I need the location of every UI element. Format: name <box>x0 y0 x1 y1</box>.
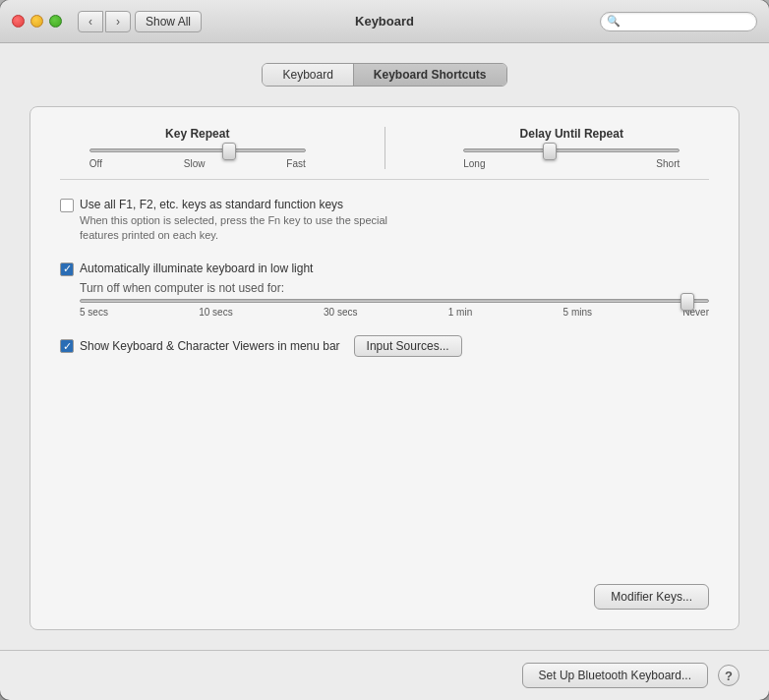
key-repeat-slider-container <box>89 148 306 152</box>
illuminate-section: ✓ Automatically illuminate keyboard in l… <box>60 262 709 318</box>
footer-row: Set Up Bluetooth Keyboard... ? <box>0 650 769 700</box>
delay-repeat-label: Delay Until Repeat <box>520 127 623 141</box>
turn-off-label: Turn off when computer is not used for: <box>80 281 709 295</box>
help-button[interactable]: ? <box>718 665 739 686</box>
turnoff-1min: 1 min <box>448 307 472 318</box>
illuminate-checkbox[interactable]: ✓ <box>60 262 74 276</box>
checkmark-icon-2: ✓ <box>63 340 72 353</box>
show-keyboard-checkbox[interactable]: ✓ <box>60 339 74 353</box>
fn-keys-row: Use all F1, F2, etc. keys as standard fu… <box>60 198 709 244</box>
delay-repeat-thumb[interactable] <box>543 143 557 160</box>
window-title: Keyboard <box>355 14 414 29</box>
checkmark-icon: ✓ <box>63 262 72 275</box>
close-button[interactable] <box>12 15 25 28</box>
nav-buttons: ‹ › <box>78 11 131 32</box>
illuminate-row: ✓ Automatically illuminate keyboard in l… <box>60 262 709 277</box>
modifier-keys-button[interactable]: Modifier Keys... <box>594 584 709 610</box>
back-button[interactable]: ‹ <box>78 11 103 32</box>
delay-repeat-sublabels: Long Short <box>463 158 680 169</box>
key-repeat-track <box>89 148 306 152</box>
delay-repeat-short: Short <box>656 158 680 169</box>
turnoff-track <box>80 299 709 303</box>
search-box: 🔍 <box>600 12 757 31</box>
turnoff-10secs: 10 secs <box>199 307 232 318</box>
turnoff-thumb[interactable] <box>680 293 694 311</box>
tab-bar: Keyboard Keyboard Shortcuts <box>30 63 739 87</box>
maximize-button[interactable] <box>49 15 62 28</box>
delay-repeat-long: Long <box>463 158 485 169</box>
modifier-keys-row: Modifier Keys... <box>60 574 709 610</box>
key-repeat-fast: Fast <box>286 158 305 169</box>
minimize-button[interactable] <box>30 15 43 28</box>
show-keyboard-row: ✓ Show Keyboard & Character Viewers in m… <box>60 335 709 357</box>
turnoff-sublabels: 5 secs 10 secs 30 secs 1 min 5 mins Neve… <box>80 307 709 318</box>
search-icon: 🔍 <box>607 15 621 28</box>
fn-keys-sublabel: When this option is selected, press the … <box>80 213 387 244</box>
tab-keyboard-shortcuts[interactable]: Keyboard Shortcuts <box>354 64 506 86</box>
fn-keys-label: Use all F1, F2, etc. keys as standard fu… <box>80 198 387 211</box>
sliders-row: Key Repeat Off Slow Fast Delay <box>60 127 709 180</box>
illuminate-label: Automatically illuminate keyboard in low… <box>80 262 313 275</box>
slider-divider <box>384 127 385 169</box>
traffic-lights <box>12 15 62 28</box>
content-area: Keyboard Keyboard Shortcuts Key Repeat O <box>0 43 769 650</box>
input-sources-button[interactable]: Input Sources... <box>354 335 462 357</box>
key-repeat-sublabels: Off Slow Fast <box>89 158 306 169</box>
fn-keys-checkbox[interactable] <box>60 199 74 212</box>
delay-repeat-slider-container <box>463 148 680 152</box>
setup-bluetooth-button[interactable]: Set Up Bluetooth Keyboard... <box>522 663 708 688</box>
titlebar: ‹ › Show All Keyboard 🔍 <box>0 0 769 43</box>
spacer <box>60 375 709 556</box>
tab-segment: Keyboard Keyboard Shortcuts <box>262 63 506 87</box>
turnoff-30secs: 30 secs <box>324 307 357 318</box>
settings-panel: Key Repeat Off Slow Fast Delay <box>30 106 739 630</box>
key-repeat-off: Off <box>89 158 102 169</box>
forward-button[interactable]: › <box>105 11 131 32</box>
turnoff-5secs: 5 secs <box>80 307 108 318</box>
window: ‹ › Show All Keyboard 🔍 Keyboard Keyboar… <box>0 0 769 700</box>
delay-repeat-section: Delay Until Repeat Long Short <box>435 127 710 169</box>
key-repeat-thumb[interactable] <box>222 143 236 160</box>
search-input[interactable] <box>624 15 750 29</box>
fn-keys-text-group: Use all F1, F2, etc. keys as standard fu… <box>80 198 387 244</box>
show-keyboard-label: Show Keyboard & Character Viewers in men… <box>80 339 340 353</box>
tab-keyboard[interactable]: Keyboard <box>263 64 353 86</box>
show-all-button[interactable]: Show All <box>135 11 202 32</box>
turnoff-5mins: 5 mins <box>563 307 592 318</box>
key-repeat-section: Key Repeat Off Slow Fast <box>60 127 335 169</box>
key-repeat-label: Key Repeat <box>165 127 229 141</box>
delay-repeat-track <box>463 148 680 152</box>
key-repeat-slow: Slow <box>184 158 206 169</box>
turnoff-slider-container <box>80 299 709 303</box>
